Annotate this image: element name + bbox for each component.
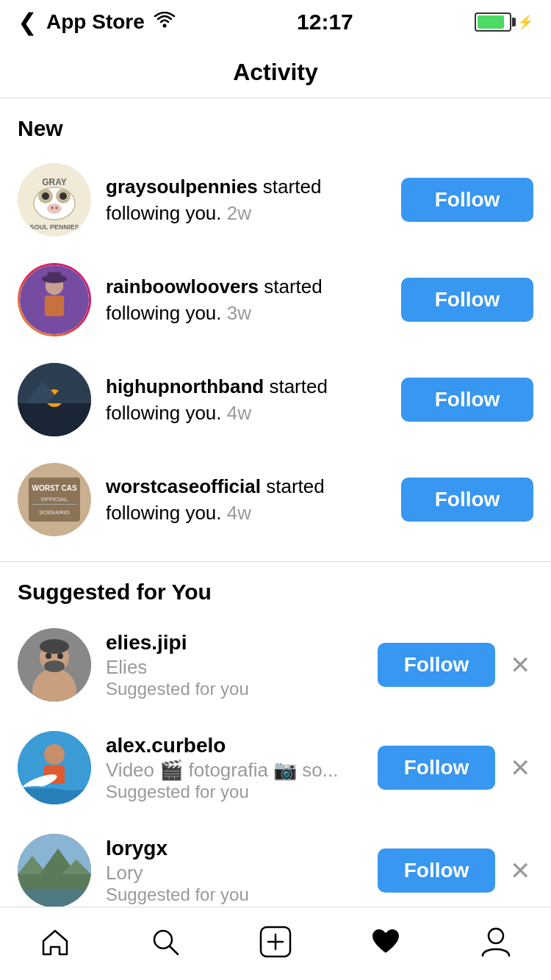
- heart-icon: [370, 928, 401, 960]
- nav-add[interactable]: [220, 907, 331, 980]
- suggested-display-name: Lory: [106, 862, 363, 884]
- svg-rect-24: [36, 411, 43, 422]
- svg-text:WORST CAS: WORST CAS: [32, 484, 76, 492]
- follow-button[interactable]: Follow: [401, 478, 533, 522]
- svg-point-40: [40, 639, 69, 654]
- svg-rect-32: [32, 504, 76, 505]
- status-left: ❮ App Store: [18, 8, 176, 36]
- follow-button[interactable]: Follow: [378, 849, 495, 893]
- svg-rect-14: [45, 295, 64, 316]
- dismiss-button[interactable]: ✕: [507, 750, 533, 785]
- suggested-username: elies.jipi: [106, 631, 363, 655]
- suggested-reason: Suggested for you: [106, 679, 363, 699]
- notif-time: 2w: [227, 202, 251, 224]
- avatar[interactable]: GRAY SOUL PENNIES: [18, 163, 91, 237]
- suggested-item: elies.jipi Elies Suggested for you Follo…: [0, 613, 551, 716]
- notification-item: WORST CAS OFFICIAL SCENARIO worstcaseoff…: [0, 450, 551, 550]
- svg-point-38: [57, 653, 63, 659]
- avatar[interactable]: [18, 628, 91, 702]
- notif-username: graysoulpennies: [106, 176, 258, 198]
- follow-button[interactable]: Follow: [401, 178, 533, 222]
- back-icon[interactable]: ❮: [18, 8, 37, 36]
- suggested-item: alex.curbelo Video 🎬 fotografia 📷 so... …: [0, 716, 551, 819]
- suggested-actions: Follow ✕: [378, 849, 533, 893]
- add-icon: [259, 926, 292, 962]
- home-icon: [40, 928, 70, 960]
- svg-rect-45: [18, 788, 91, 804]
- svg-rect-22: [21, 408, 27, 422]
- profile-icon: [481, 926, 511, 962]
- notif-time: 4w: [227, 402, 251, 424]
- svg-point-8: [51, 206, 54, 209]
- avatar[interactable]: [18, 731, 91, 804]
- dismiss-button[interactable]: ✕: [507, 853, 533, 888]
- dismiss-button[interactable]: ✕: [507, 647, 533, 682]
- svg-rect-27: [78, 409, 84, 422]
- svg-point-6: [60, 192, 67, 200]
- svg-point-5: [42, 192, 49, 200]
- avatar[interactable]: [18, 263, 91, 336]
- battery-icon: [475, 12, 511, 32]
- svg-point-58: [489, 929, 503, 943]
- nav-home[interactable]: [0, 907, 110, 980]
- notification-text: worstcaseofficial started following you.…: [106, 473, 386, 527]
- suggested-actions: Follow ✕: [378, 643, 533, 687]
- charging-icon: ⚡: [517, 14, 533, 30]
- wifi-icon: [154, 12, 176, 32]
- status-right: ⚡: [475, 12, 533, 32]
- page-header: Activity: [0, 44, 551, 98]
- svg-point-39: [44, 660, 65, 672]
- new-section-label: New: [0, 98, 551, 150]
- svg-text:OFFICIAL: OFFICIAL: [41, 496, 68, 502]
- avatar[interactable]: WORST CAS OFFICIAL SCENARIO: [18, 463, 91, 536]
- notif-username: rainboowloovers: [106, 275, 259, 298]
- svg-rect-23: [29, 406, 34, 422]
- nav-profile[interactable]: [441, 907, 551, 980]
- svg-point-37: [46, 653, 51, 659]
- notif-time: 4w: [227, 502, 251, 524]
- status-time: 12:17: [297, 10, 353, 35]
- carrier-label: App Store: [46, 10, 145, 34]
- svg-rect-16: [48, 272, 62, 280]
- suggested-display-name: Video 🎬 fotografia 📷 so...: [106, 759, 363, 782]
- svg-line-54: [170, 946, 178, 954]
- svg-text:SCENARIO: SCENARIO: [39, 509, 70, 516]
- suggested-actions: Follow ✕: [378, 746, 533, 790]
- follow-button[interactable]: Follow: [378, 643, 495, 687]
- suggested-section: Suggested for You eli: [0, 562, 551, 922]
- suggested-info: elies.jipi Elies Suggested for you: [106, 631, 363, 699]
- avatar[interactable]: [18, 834, 91, 907]
- suggested-username: alex.curbelo: [106, 734, 363, 757]
- notification-text: rainboowloovers started following you. 3…: [106, 273, 386, 327]
- follow-button[interactable]: Follow: [401, 378, 533, 422]
- suggested-reason: Suggested for you: [106, 884, 363, 905]
- new-section: New GRAY SOUL PENNIES: [0, 98, 551, 550]
- nav-activity[interactable]: [331, 907, 441, 980]
- svg-text:SOUL PENNIES: SOUL PENNIES: [30, 223, 79, 231]
- notification-text: highupnorthband started following you. 4…: [106, 373, 386, 427]
- notification-item: rainboowloovers started following you. 3…: [0, 250, 551, 350]
- svg-rect-25: [62, 407, 68, 422]
- suggested-info: alex.curbelo Video 🎬 fotografia 📷 so... …: [106, 734, 363, 802]
- bottom-nav: [0, 907, 551, 980]
- notification-item: GRAY SOUL PENNIES graysoulpennies starte…: [0, 150, 551, 250]
- svg-text:GRAY: GRAY: [42, 177, 67, 187]
- notif-time: 3w: [227, 302, 251, 324]
- page-title: Activity: [0, 59, 551, 86]
- nav-search[interactable]: [110, 907, 220, 980]
- svg-point-0: [162, 24, 166, 28]
- follow-button[interactable]: Follow: [401, 278, 533, 322]
- suggested-reason: Suggested for you: [106, 782, 363, 802]
- suggested-username: lorygx: [106, 837, 363, 860]
- follow-button[interactable]: Follow: [378, 746, 495, 790]
- avatar[interactable]: [18, 363, 91, 436]
- suggested-section-label: Suggested for You: [0, 562, 551, 613]
- svg-rect-52: [18, 889, 91, 907]
- notification-item: highupnorthband started following you. 4…: [0, 350, 551, 450]
- notif-username: highupnorthband: [106, 375, 264, 397]
- svg-point-7: [47, 203, 62, 214]
- notification-text: graysoulpennies started following you. 2…: [106, 173, 386, 227]
- svg-point-42: [44, 744, 65, 765]
- suggested-info: lorygx Lory Suggested for you: [106, 837, 363, 905]
- status-bar: ❮ App Store 12:17 ⚡: [0, 0, 551, 44]
